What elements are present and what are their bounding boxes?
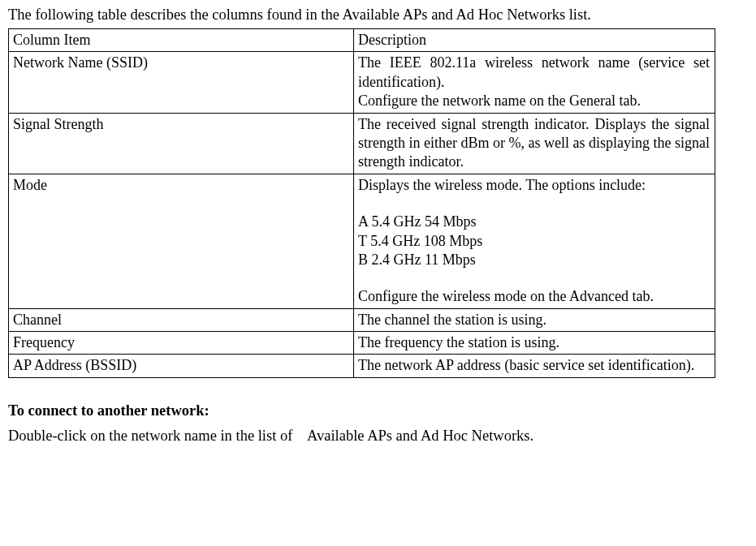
row-description: The received signal strength indicator. … — [354, 113, 715, 174]
table-row: AP Address (BSSID) The network AP addres… — [9, 355, 715, 377]
mode-option: T 5.4 GHz 108 Mbps — [358, 232, 710, 251]
table-header-row: Column Item Description — [9, 29, 715, 52]
table-row: Mode Displays the wireless mode. The opt… — [9, 174, 715, 308]
instruction-part2: Available APs and Ad Hoc Networks. — [307, 428, 534, 444]
row-description: The IEEE 802.11a wireless network name (… — [354, 52, 715, 113]
row-name: Network Name (SSID) — [9, 52, 354, 113]
instruction-text: Double-click on the network name in the … — [8, 428, 748, 445]
table-row: Frequency The frequency the station is u… — [9, 332, 715, 355]
instruction-part1: Double-click on the network name in the … — [8, 428, 292, 444]
header-description: Description — [354, 29, 715, 52]
table-row: Channel The channel the station is using… — [9, 308, 715, 331]
desc-text: Configure the network name on the Genera… — [358, 92, 710, 110]
row-name: Signal Strength — [9, 113, 354, 174]
desc-intro: Displays the wireless mode. The options … — [358, 176, 710, 195]
columns-table: Column Item Description Network Name (SS… — [8, 28, 715, 378]
section-heading: To connect to another network: — [8, 402, 748, 419]
row-description: The channel the station is using. — [354, 308, 715, 331]
row-description: The frequency the station is using. — [354, 332, 715, 355]
table-row: Signal Strength The received signal stre… — [9, 113, 715, 174]
row-description: The network AP address (basic service se… — [354, 355, 715, 377]
desc-outro: Configure the wireless mode on the Advan… — [358, 287, 710, 306]
row-description: Displays the wireless mode. The options … — [354, 174, 715, 308]
desc-text: The IEEE 802.11a wireless network name (… — [358, 54, 710, 92]
row-name: AP Address (BSSID) — [9, 355, 354, 377]
row-name: Frequency — [9, 332, 354, 355]
mode-option: B 2.4 GHz 11 Mbps — [358, 251, 710, 269]
row-name: Channel — [9, 308, 354, 331]
intro-text: The following table describes the column… — [8, 6, 748, 24]
row-name: Mode — [9, 174, 354, 308]
table-row: Network Name (SSID) The IEEE 802.11a wir… — [9, 52, 715, 113]
mode-option: A 5.4 GHz 54 Mbps — [358, 213, 710, 231]
header-column-item: Column Item — [9, 29, 354, 52]
